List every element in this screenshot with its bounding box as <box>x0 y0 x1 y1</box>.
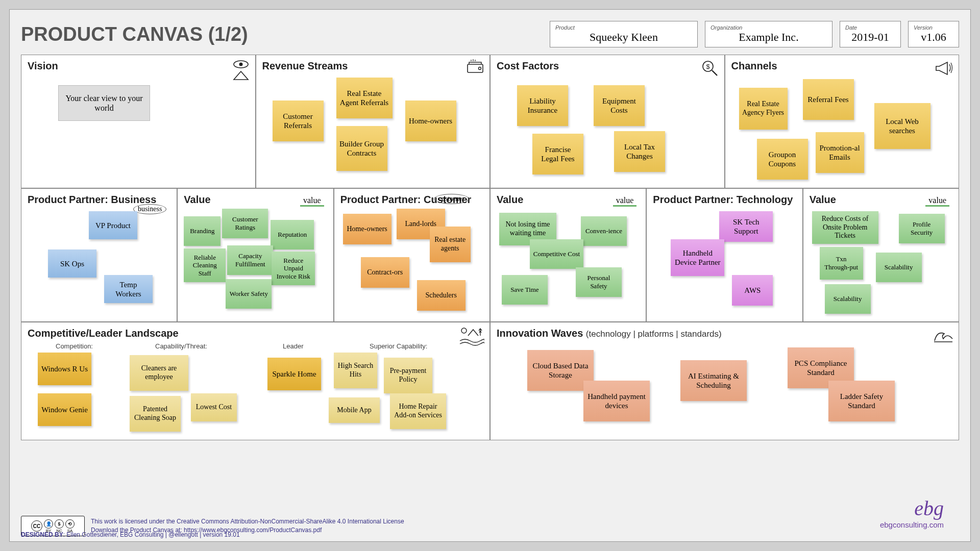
sticky-note: Cleaners are employee <box>130 355 188 391</box>
innov-subheading: (technology | platforms | standards) <box>586 329 722 339</box>
sub-leader: Leader <box>283 342 303 350</box>
canvas-grid: Vision Your clear view to your world Rev… <box>21 55 959 440</box>
vision-heading: Vision <box>28 60 249 72</box>
svg-rect-2 <box>468 64 483 72</box>
comp-heading: Competitive/Leader Landscape <box>28 328 483 339</box>
sticky-note: Scalability <box>876 253 922 282</box>
sticky-note: Profile Security <box>899 214 945 243</box>
meta-version-value: v1.06 <box>914 31 953 44</box>
innov-heading: Innovation Waves (technology | platforms… <box>497 328 952 339</box>
sticky-note: Conven-ience <box>581 216 627 246</box>
sticky-note: AWS <box>732 275 773 306</box>
customer-tag: customer <box>434 194 469 204</box>
sticky-note: Home Repair Add-on Services <box>390 393 446 429</box>
sticky-note: Real Estate Agency Flyers <box>739 88 788 130</box>
sticky-note: Windows R Us <box>38 353 91 385</box>
product-canvas: PRODUCT CANVAS (1/2) Product Squeeky Kle… <box>9 9 971 542</box>
designed-rest: : Ellen Gottesdiener, EBG Consulting | @… <box>63 531 240 538</box>
sticky-note: Mobile App <box>329 397 380 423</box>
sticky-note: Liability Insurance <box>517 85 568 126</box>
sticky-note: Equipment Costs <box>594 85 645 126</box>
footer-text: This work is licensed under the Creative… <box>91 517 404 535</box>
sa-icon: ⟲ <box>65 519 75 529</box>
cell-revenue: Revenue Streams Customer Referrals Real … <box>256 55 490 188</box>
cell-cost: Cost Factors $ Liability Insurance Equip… <box>491 55 724 188</box>
sticky-note: Reputation <box>271 220 314 249</box>
sticky-note: Sparkle Home <box>267 358 321 390</box>
sticky-note: Customer Referrals <box>273 101 324 141</box>
meta-date-label: Date <box>845 24 895 31</box>
ebg-site: ebgconsulting.com <box>880 520 944 529</box>
ebg-logo: ebg <box>880 496 944 520</box>
innov-title: Innovation Waves <box>497 328 583 339</box>
sticky-note: Reduce Unpaid Invoice Risk <box>272 252 315 285</box>
sticky-note: Referral Fees <box>803 79 854 120</box>
meta-version-label: Version <box>914 24 953 31</box>
pp-tech-heading: Product Partner: Technology <box>653 194 796 206</box>
sticky-note: Promotion-al Emails <box>816 132 864 173</box>
sticky-note: Ladder Safety Standard <box>828 381 895 421</box>
sticky-note: Patented Cleaning Soap <box>130 396 181 432</box>
sticky-note: Pre-payment Policy <box>384 358 432 393</box>
cell-value-customer: Value value Not losing time waiting time… <box>491 189 646 321</box>
sub-superior: Superior Capability: <box>370 342 427 350</box>
sticky-note: Schedulers <box>417 280 465 311</box>
sticky-note: Contract-ors <box>361 257 409 288</box>
nc-icon: $ <box>55 519 64 529</box>
sticky-note: Handheld Device Partner <box>671 239 724 276</box>
cc-icon: CC <box>31 520 42 532</box>
cell-channels: Channels Real Estate Agency Flyers Refer… <box>725 55 959 188</box>
sticky-note: High Search Hits <box>334 353 377 388</box>
revenue-heading: Revenue Streams <box>262 60 484 72</box>
license-text: This work is licensed under the Creative… <box>91 517 404 526</box>
sticky-note: Reduce Costs of Onsite Problem Tickets <box>812 211 878 244</box>
vision-tagline: Your clear view to your world <box>58 85 150 121</box>
sticky-note: Real Estate Agent Referrals <box>336 78 393 118</box>
sticky-note: SK Tech Support <box>719 211 773 242</box>
sticky-note: Temp Workers <box>104 275 153 303</box>
sticky-note: Reliable Cleaning Staff <box>184 248 226 282</box>
meta-org-label: Organization <box>710 24 827 31</box>
ebg-branding: ebg ebgconsulting.com <box>880 496 944 529</box>
header-bar: PRODUCT CANVAS (1/2) Product Squeeky Kle… <box>21 21 959 47</box>
cost-heading: Cost Factors <box>497 60 718 72</box>
meta-date: Date 2019-01 <box>840 21 901 47</box>
sticky-note: Builder Group Contracts <box>336 126 387 171</box>
designed-by: DESIGNED BY: Ellen Gottesdiener, EBG Con… <box>21 531 240 539</box>
cell-value-technology: Value value Reduce Costs of Onsite Probl… <box>803 189 959 321</box>
svg-point-7 <box>461 328 467 333</box>
page-title: PRODUCT CANVAS (1/2) <box>21 23 543 45</box>
sticky-note: Competitive Cost <box>530 239 583 269</box>
sticky-note: Worker Safety <box>226 279 272 309</box>
designed-label: DESIGNED BY <box>21 531 63 538</box>
cell-pp-technology: Product Partner: Technology SK Tech Supp… <box>647 189 802 321</box>
sticky-note: Francise Legal Fees <box>532 134 583 174</box>
meta-version: Version v1.06 <box>908 21 959 47</box>
meta-product-value: Squeeky Kleen <box>555 31 692 44</box>
meta-date-value: 2019-01 <box>845 31 895 44</box>
by-icon: 👤 <box>44 519 53 529</box>
sticky-note: Handheld payment devices <box>583 381 650 421</box>
sticky-note: Save Time <box>502 275 548 305</box>
sticky-note: Real estate agents <box>430 227 471 262</box>
sticky-note: VP Product <box>89 211 137 239</box>
sub-capthreat: Capability/Threat: <box>155 342 207 350</box>
cell-competitive: Competitive/Leader Landscape Competition… <box>21 322 489 440</box>
meta-product: Product Squeeky Kleen <box>550 21 698 47</box>
value-tag: value <box>300 196 324 207</box>
cell-innovation: Innovation Waves (technology | platforms… <box>491 322 959 440</box>
sticky-note: Capacity Fulfillment <box>227 245 273 275</box>
sticky-note: Home-owners <box>405 101 456 141</box>
sticky-note: Local Tax Changes <box>614 131 665 172</box>
value-tag: value <box>925 196 949 207</box>
sticky-note: Groupon Coupons <box>757 139 808 180</box>
sticky-note: Personal Safety <box>576 267 622 297</box>
svg-text:$: $ <box>706 63 710 70</box>
meta-organization: Organization Example Inc. <box>705 21 832 47</box>
meta-org-value: Example Inc. <box>710 31 827 44</box>
sticky-note: Txn Through-put <box>820 247 863 280</box>
sticky-note: Home-owners <box>343 214 391 244</box>
sticky-note: SK Ops <box>48 249 96 278</box>
sticky-note: Customer Ratings <box>222 209 268 238</box>
channels-heading: Channels <box>731 60 953 72</box>
